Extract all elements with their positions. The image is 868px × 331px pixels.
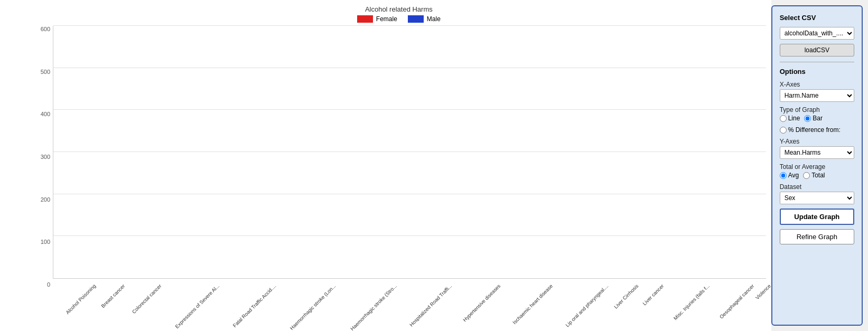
y-tick: 0 — [32, 281, 50, 288]
x-label: Colorectal cancer — [131, 283, 163, 315]
legend-female: Female — [357, 15, 397, 23]
radio-avg[interactable]: Avg — [780, 172, 799, 179]
x-label: Expressions of Severe Al... — [174, 283, 220, 329]
x-label-space: Haemorrhagic stroke (Stro... — [331, 281, 391, 289]
x-label: Lip oral and pharyngeal.... — [564, 283, 609, 328]
x-label: Violence — [754, 283, 772, 300]
dataset-section: Dataset Sex — [780, 183, 854, 204]
type-of-graph-section: Type of Graph Line Bar % Difference from… — [780, 106, 854, 134]
grid-line — [53, 194, 766, 194]
bars-row — [53, 26, 766, 278]
refine-graph-button[interactable]: Refine Graph — [780, 229, 854, 244]
grid-line — [53, 235, 766, 236]
x-label: Liver Cirrhosis — [613, 283, 640, 310]
y-tick: 200 — [32, 196, 50, 203]
avg-total-radio-group: Avg Total — [780, 172, 854, 179]
x-label: Oesophageal cancer — [718, 283, 755, 320]
y-axes-section: Y-Axes Mean.Harms — [780, 138, 854, 159]
radio-pct[interactable]: % Difference from: — [780, 126, 841, 134]
type-of-graph-label: Type of Graph — [780, 106, 854, 114]
x-label-space: Misc. Injuries (falls f... — [658, 281, 704, 289]
y-tick: 400 — [32, 111, 50, 117]
grid-line — [53, 68, 766, 68]
y-tick: 300 — [32, 154, 50, 160]
chart-area: Alcohol related Harms Female Male 010020… — [0, 0, 771, 331]
chart-container: 0100200300400500600 Alcohol PoisoningBre… — [32, 26, 766, 289]
update-graph-button[interactable]: Update Graph — [780, 209, 854, 225]
select-csv-title: Select CSV — [780, 14, 854, 22]
radio-bar-input[interactable] — [804, 115, 811, 122]
divider-1 — [780, 62, 854, 62]
x-label: Breast cancer — [100, 283, 126, 309]
y-tick: 100 — [32, 239, 50, 245]
x-label: Fatal Road Traffic Accid.... — [231, 283, 277, 328]
total-or-avg-section: Total or Average Avg Total — [780, 163, 854, 179]
options-title: Options — [780, 68, 854, 75]
x-label: Ischaemic heart disease — [511, 283, 554, 325]
y-axes-select[interactable]: Mean.Harms — [780, 146, 854, 159]
total-or-avg-label: Total or Average — [780, 163, 854, 171]
legend-female-box — [357, 15, 373, 23]
x-label-space: Lip oral and pharyngeal.... — [547, 281, 603, 289]
x-label: Hospitalized Road Traffi... — [408, 283, 453, 328]
x-label: Misc. Injuries (falls f... — [673, 283, 711, 321]
graph-type-radio-group: Line Bar % Difference from: — [780, 115, 854, 134]
x-label-space: Ischaemic heart disease — [496, 281, 547, 289]
legend-male: Male — [408, 15, 441, 23]
x-label-space: Alcohol Poisoning — [53, 281, 91, 289]
legend-male-box — [408, 15, 424, 23]
x-label: Alcohol Poisoning — [64, 283, 97, 315]
x-label: Haemorrhagic stroke (Lon... — [289, 283, 337, 331]
grid-line — [53, 109, 766, 110]
y-tick: 500 — [32, 69, 50, 75]
x-label: Liver cancer — [641, 283, 665, 306]
x-axes-label: X-Axes — [780, 81, 854, 88]
grid-line — [53, 152, 766, 152]
chart-title: Alcohol related Harms — [32, 5, 766, 13]
load-csv-button[interactable]: loadCSV — [780, 44, 854, 56]
legend-male-label: Male — [427, 15, 441, 23]
dataset-label: Dataset — [780, 183, 854, 191]
x-label-space: Haemorrhagic stroke (Lon... — [270, 281, 331, 289]
x-label-space: Hypertensive diseases — [447, 281, 496, 289]
dataset-select[interactable]: Sex — [780, 192, 854, 204]
radio-total[interactable]: Total — [803, 172, 825, 179]
legend-female-label: Female — [376, 15, 397, 23]
y-tick: 600 — [32, 26, 50, 32]
x-label-space: Expressions of Severe Al... — [156, 281, 214, 289]
radio-total-input[interactable] — [803, 172, 810, 179]
grid-line — [53, 25, 766, 26]
bars-grid — [53, 26, 766, 279]
radio-avg-input[interactable] — [780, 172, 787, 179]
x-label-space: Oesophageal cancer — [705, 281, 749, 289]
csv-select[interactable]: alcoholData_with_.... — [780, 27, 854, 40]
x-label-space: Fatal Road Traffic Accid.... — [214, 281, 271, 289]
x-label-space: Hospitalized Road Traffi... — [391, 281, 447, 289]
x-axes-section: X-Axes Harm.Name — [780, 81, 854, 102]
y-axes-label: Y-Axes — [780, 138, 854, 145]
x-label: Haemorrhagic stroke (Stro... — [349, 283, 398, 331]
radio-line[interactable]: Line — [780, 115, 800, 122]
x-label: Hypertensive diseases — [462, 283, 501, 323]
y-axis: 0100200300400500600 — [32, 26, 53, 289]
x-axes-select[interactable]: Harm.Name — [780, 89, 854, 102]
radio-bar[interactable]: Bar — [804, 115, 823, 122]
chart-legend: Female Male — [32, 15, 766, 23]
radio-line-input[interactable] — [780, 115, 787, 122]
sidebar: Select CSV alcoholData_with_.... loadCSV… — [771, 5, 863, 326]
x-labels: Alcohol PoisoningBreast cancerColorectal… — [53, 281, 766, 289]
bars-area: Alcohol PoisoningBreast cancerColorectal… — [53, 26, 766, 289]
radio-pct-input[interactable] — [780, 127, 787, 134]
